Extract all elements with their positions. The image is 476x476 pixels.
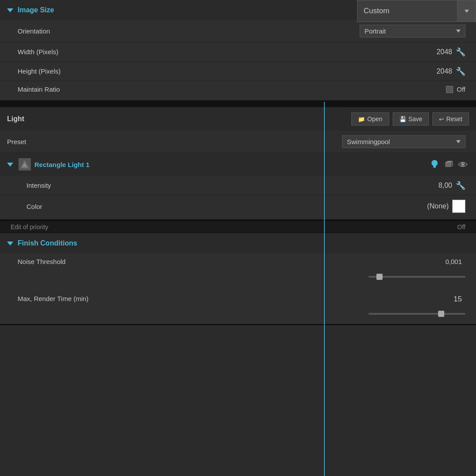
maintain-ratio-label: Maintain Ratio: [18, 86, 446, 93]
height-value-group: 2048 🔧: [436, 67, 465, 76]
color-swatch[interactable]: [452, 200, 465, 213]
dropdown-arrow-icon: [465, 10, 469, 13]
orientation-value: Portrait: [360, 25, 465, 37]
preset-row: Preset Swimmingpool: [0, 131, 476, 153]
max-render-slider-track: [368, 313, 465, 315]
preset-dropdown-arrow-icon: [456, 140, 461, 143]
orientation-label: Orientation: [18, 27, 360, 35]
rect-light-title: Rectangle Light 1: [34, 161, 425, 168]
rectangle-light-header: Rectangle Light 1: [0, 153, 476, 176]
preset-dropdown[interactable]: Swimmingpool: [342, 135, 465, 148]
maintain-ratio-row: Maintain Ratio Off: [0, 81, 476, 100]
noise-threshold-slider-row: [0, 271, 476, 287]
max-render-time-group: Max, Render Time (min) 15: [0, 290, 476, 324]
noise-slider-thumb[interactable]: [376, 274, 383, 280]
max-render-slider-thumb[interactable]: [438, 311, 444, 317]
width-label: Width (Pixels): [18, 48, 436, 56]
maintain-ratio-text: Off: [457, 86, 465, 93]
max-render-value: 15: [454, 295, 465, 304]
intensity-value: 8,00: [439, 182, 452, 190]
divider-band: Edit of priority Off: [0, 221, 476, 233]
folder-icon: 📁: [358, 116, 365, 123]
noise-threshold-slider[interactable]: [368, 273, 465, 281]
noise-threshold-value: 0,001: [445, 258, 465, 265]
width-value: 2048: [436, 48, 452, 56]
image-size-dropdown-value: Custom: [357, 7, 457, 15]
divider-text: Edit of priority: [11, 223, 48, 231]
maintain-ratio-value-group: Off: [446, 86, 465, 93]
orientation-dropdown-text: Portrait: [364, 27, 386, 35]
max-render-slider[interactable]: [368, 310, 465, 318]
finish-conditions-title: Finish Conditions: [18, 239, 77, 247]
width-value-group: 2048 🔧: [436, 47, 465, 57]
preset-label: Preset: [7, 138, 342, 145]
intensity-label: Intensity: [26, 182, 439, 189]
orientation-row: Orientation Portrait: [0, 20, 476, 42]
preset-value: Swimmingpool: [347, 138, 390, 145]
cube-icon[interactable]: [443, 158, 455, 171]
image-size-title: Image Size: [18, 6, 54, 14]
render-icon[interactable]: [457, 158, 469, 171]
max-render-value-row: Max, Render Time (min) 15: [0, 290, 476, 308]
color-label: Color: [26, 203, 427, 210]
noise-threshold-label: Noise Threshold: [18, 258, 445, 265]
intensity-value-group: 8,00 🔧: [439, 181, 465, 190]
noise-slider-track: [368, 276, 465, 278]
color-value: (None): [427, 202, 449, 210]
height-row: Height (Pixels) 2048 🔧: [0, 62, 476, 81]
image-size-section: Image Size Custom Orientation Portrait W…: [0, 0, 476, 102]
height-wrench-icon[interactable]: 🔧: [456, 67, 465, 76]
svg-rect-5: [446, 162, 451, 167]
light-label: Light: [7, 115, 348, 123]
rect-light-icon: [19, 158, 31, 171]
width-wrench-icon[interactable]: 🔧: [456, 47, 465, 57]
svg-point-2: [431, 160, 438, 166]
noise-threshold-value-row: Noise Threshold 0,001: [0, 253, 476, 271]
intensity-wrench-icon[interactable]: 🔧: [456, 181, 465, 190]
max-render-label: Max, Render Time (min): [18, 295, 454, 302]
height-value: 2048: [436, 67, 452, 75]
svg-point-9: [462, 164, 464, 165]
save-icon: 💾: [399, 116, 406, 123]
orientation-dropdown-arrow-icon: [456, 30, 461, 33]
color-row: Color (None): [0, 195, 476, 219]
color-value-group: (None): [427, 200, 465, 213]
section-divider-1: [0, 102, 476, 107]
finish-conditions-triangle-icon[interactable]: [7, 242, 13, 245]
reset-button[interactable]: ↩ Reset: [432, 112, 469, 126]
maintain-ratio-checkbox[interactable]: [446, 86, 453, 93]
divider-value: Off: [457, 223, 465, 231]
image-size-header: Image Size Custom: [0, 0, 476, 20]
max-render-slider-row: [0, 308, 476, 324]
svg-rect-3: [433, 166, 436, 167]
svg-rect-4: [433, 167, 436, 168]
finish-conditions-section: Finish Conditions Noise Threshold 0,001 …: [0, 233, 476, 325]
light-section: Light 📁 Open 💾 Save ↩ Reset Preset Swimm…: [0, 107, 476, 221]
intensity-row: Intensity 8,00 🔧: [0, 176, 476, 195]
rect-light-icons: [428, 158, 469, 171]
light-bar: Light 📁 Open 💾 Save ↩ Reset: [0, 107, 476, 131]
open-button-label: Open: [367, 115, 382, 123]
reset-icon: ↩: [439, 116, 444, 123]
open-button[interactable]: 📁 Open: [351, 112, 389, 126]
main-container: Image Size Custom Orientation Portrait W…: [0, 0, 476, 476]
height-label: Height (Pixels): [18, 67, 436, 75]
reset-button-label: Reset: [446, 115, 462, 123]
image-size-dropdown[interactable]: Custom: [357, 0, 476, 22]
image-size-dropdown-arrow[interactable]: [457, 0, 476, 22]
orientation-dropdown[interactable]: Portrait: [360, 25, 465, 37]
light-bulb-icon[interactable]: [428, 158, 441, 171]
collapse-triangle-icon[interactable]: [7, 8, 13, 12]
rect-light-triangle-icon[interactable]: [7, 163, 13, 167]
save-button-label: Save: [409, 115, 423, 123]
noise-threshold-group: Noise Threshold 0,001: [0, 253, 476, 287]
finish-conditions-header: Finish Conditions: [0, 233, 476, 253]
save-button[interactable]: 💾 Save: [393, 112, 429, 126]
width-row: Width (Pixels) 2048 🔧: [0, 42, 476, 62]
